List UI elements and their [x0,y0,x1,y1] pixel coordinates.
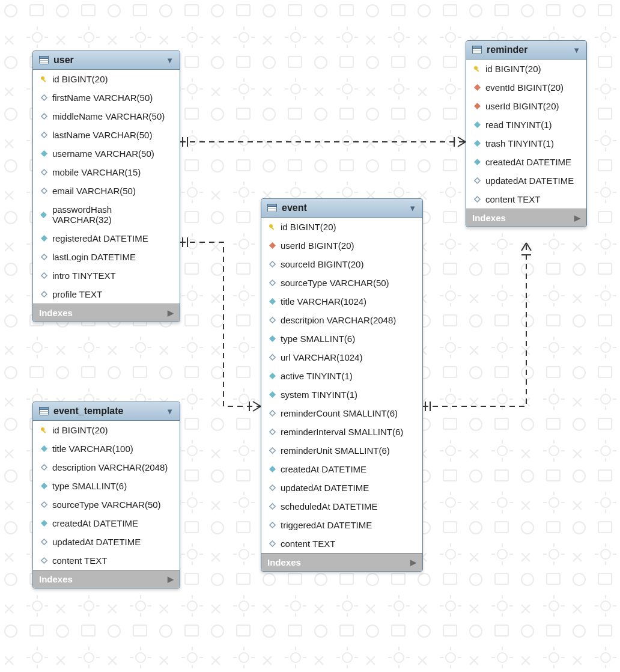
entity-header-event[interactable]: event ▼ [261,199,422,218]
column-row[interactable]: read TINYINT(1) [466,115,586,134]
indexes-label: Indexes [472,213,574,223]
entity-header-event_template[interactable]: event_template ▼ [33,402,180,421]
column-row[interactable]: triggeredAt DATETIME [261,516,422,534]
column-row[interactable]: lastLogin DATETIME [33,248,180,266]
column-row[interactable]: reminderUnit SMALLINT(6) [261,441,422,460]
svg-rect-9 [43,79,46,82]
svg-marker-29 [41,483,47,489]
column-text: trash TINYINT(1) [485,138,554,148]
column-row[interactable]: sourceType VARCHAR(50) [33,495,180,514]
erd-canvas[interactable]: user ▼id BIGINT(20)firstName VARCHAR(50)… [0,0,620,672]
svg-marker-42 [270,280,275,286]
column-row[interactable]: passwordHash VARCHAR(32) [33,200,180,229]
column-row[interactable]: content TEXT [261,534,422,553]
column-text: profile TEXT [52,289,102,299]
column-text: active TINYINT(1) [281,371,353,381]
column-row[interactable]: username VARCHAR(50) [33,144,180,163]
column-text: createdAt DATETIME [485,157,571,167]
svg-marker-54 [270,504,275,509]
column-row[interactable]: updatedAt DATETIME [466,171,586,190]
column-row[interactable]: userId BIGINT(20) [261,236,422,255]
svg-marker-16 [40,212,47,218]
svg-rect-62 [476,69,479,72]
column-row[interactable]: createdAt DATETIME [33,514,180,533]
column-row[interactable]: content TEXT [33,551,180,570]
entity-event[interactable]: event ▼id BIGINT(20)userId BIGINT(20)sou… [261,198,423,572]
column-row[interactable]: active TINYINT(1) [261,367,422,385]
empty-icon [473,196,481,203]
column-row[interactable]: updatedAt DATETIME [261,478,422,497]
empty-icon [40,254,47,261]
entity-title: event_template [53,406,161,417]
column-row[interactable]: middleName VARCHAR(50) [33,107,180,126]
svg-marker-66 [474,140,481,147]
column-row[interactable]: id BIGINT(20) [466,60,586,78]
column-row[interactable]: trash TINYINT(1) [466,134,586,153]
column-row[interactable]: eventId BIGINT(20) [466,78,586,97]
column-row[interactable]: profile TEXT [33,285,180,304]
column-text: reminderInterval SMALLINT(6) [281,427,403,437]
column-row[interactable]: mobile VARCHAR(15) [33,163,180,182]
column-row[interactable]: reminderCount SMALLINT(6) [261,404,422,423]
svg-marker-44 [270,317,275,323]
fill-icon [269,466,276,473]
column-row[interactable]: description VARCHAR(2048) [33,458,180,477]
svg-marker-53 [270,485,275,490]
svg-marker-49 [270,411,275,416]
column-row[interactable]: type SMALLINT(6) [33,477,180,495]
column-text: content TEXT [52,555,107,566]
fk-icon [269,242,276,249]
column-row[interactable]: sourceId BIGINT(20) [261,255,422,273]
column-text: createdAt DATETIME [281,464,366,474]
svg-marker-27 [41,445,47,452]
svg-marker-20 [41,292,47,297]
fill-icon [40,150,47,157]
empty-icon [40,272,47,279]
column-row[interactable]: title VARCHAR(100) [33,439,180,458]
indexes-footer[interactable]: Indexes▶ [33,304,180,322]
column-row[interactable]: id BIGINT(20) [33,421,180,439]
chevron-down-icon: ▼ [166,407,174,416]
column-row[interactable]: scheduledAt DATETIME [261,497,422,516]
svg-marker-14 [41,170,47,175]
indexes-footer[interactable]: Indexes▶ [466,209,586,227]
svg-marker-64 [474,103,481,109]
entity-event_template[interactable]: event_template ▼id BIGINT(20)title VARCH… [32,402,180,588]
column-row[interactable]: title VARCHAR(1024) [261,292,422,311]
column-row[interactable]: intro TINYTEXT [33,266,180,285]
column-row[interactable]: content TEXT [466,190,586,209]
column-row[interactable]: id BIGINT(20) [33,70,180,88]
entity-header-reminder[interactable]: reminder ▼ [466,41,586,60]
chevron-down-icon: ▼ [409,204,416,213]
entity-reminder[interactable]: reminder ▼id BIGINT(20)eventId BIGINT(20… [466,40,587,227]
column-row[interactable]: firstName VARCHAR(50) [33,88,180,107]
column-row[interactable]: createdAt DATETIME [261,460,422,478]
column-row[interactable]: type SMALLINT(6) [261,329,422,348]
column-row[interactable]: updatedAt DATETIME [33,533,180,551]
column-row[interactable]: createdAt DATETIME [466,153,586,171]
column-text: userId BIGINT(20) [281,240,354,251]
column-text: registeredAt DATETIME [52,233,148,243]
column-row[interactable]: registeredAt DATETIME [33,229,180,248]
column-row[interactable]: id BIGINT(20) [261,218,422,236]
entity-title: user [53,55,161,66]
column-text: passwordHash VARCHAR(32) [52,204,172,225]
column-row[interactable]: url VARCHAR(1024) [261,348,422,367]
svg-marker-40 [269,242,276,249]
column-row[interactable]: sourceType VARCHAR(50) [261,273,422,292]
column-row[interactable]: lastName VARCHAR(50) [33,126,180,144]
column-text: id BIGINT(20) [52,425,108,435]
column-row[interactable]: descritpion VARCHAR(2048) [261,311,422,329]
column-row[interactable]: system TINYINT(1) [261,385,422,404]
column-text: eventId BIGINT(20) [485,82,564,93]
column-row[interactable]: email VARCHAR(50) [33,182,180,200]
indexes-footer[interactable]: Indexes▶ [261,553,422,571]
column-row[interactable]: userId BIGINT(20) [466,97,586,115]
column-text: mobile VARCHAR(15) [52,167,141,177]
indexes-footer[interactable]: Indexes▶ [33,570,180,588]
chevron-right-icon: ▶ [168,308,174,317]
column-row[interactable]: reminderInterval SMALLINT(6) [261,423,422,441]
entity-user[interactable]: user ▼id BIGINT(20)firstName VARCHAR(50)… [32,50,180,322]
empty-icon [40,501,47,509]
entity-header-user[interactable]: user ▼ [33,51,180,70]
